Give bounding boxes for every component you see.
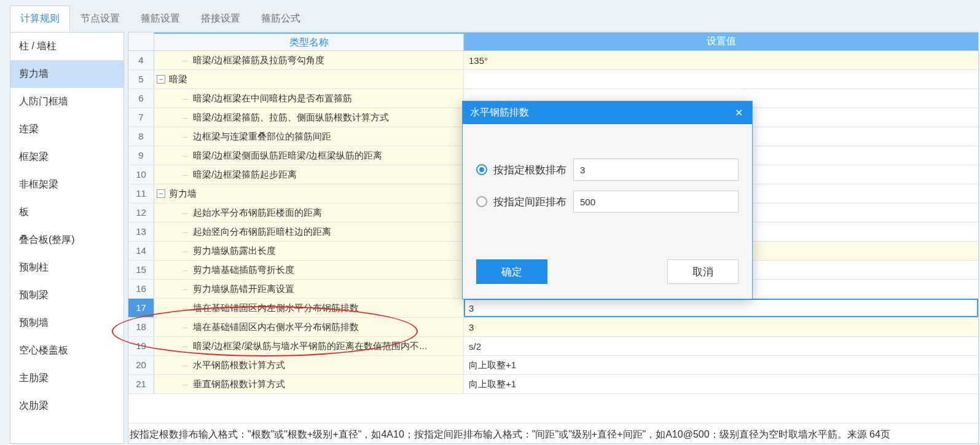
option-by-count-row: 按指定根数排布 3 [476, 159, 739, 181]
row-type-name: −剪力墙 [154, 184, 464, 203]
row-type-name: — 起始竖向分布钢筋距暗柱边的距离 [154, 222, 464, 241]
row-type-name: — 暗梁/边框梁箍筋、拉筋、侧面纵筋根数计算方式 [154, 108, 464, 127]
row-number: 13 [128, 222, 154, 241]
sidebar-item-4[interactable]: 框架梁 [10, 143, 123, 171]
sidebar-item-7[interactable]: 叠合板(整厚) [10, 226, 123, 254]
sidebar-item-13[interactable]: 次肋梁 [10, 392, 123, 420]
input-by-count[interactable]: 3 [573, 159, 739, 181]
tab-4[interactable]: 箍筋公式 [251, 6, 311, 32]
tab-3[interactable]: 搭接设置 [190, 6, 251, 32]
sidebar-item-5[interactable]: 非框架梁 [10, 171, 123, 199]
row-number: 10 [128, 165, 154, 184]
row-value[interactable]: s/2 [464, 337, 978, 355]
table-row[interactable]: 5−暗梁 [128, 70, 978, 89]
row-type-name: — 剪力墙基础插筋弯折长度 [154, 261, 464, 279]
sidebar-item-10[interactable]: 预制墙 [10, 309, 123, 337]
sidebar-item-0[interactable]: 柱 / 墙柱 [10, 33, 123, 60]
row-type-name: — 暗梁/边框梁在中间暗柱内是否布置箍筋 [154, 89, 464, 108]
table-row[interactable]: 18 — 墙在基础锚固区内右侧水平分布钢筋排数3 [128, 318, 978, 337]
radio-by-count[interactable] [476, 164, 487, 175]
label-by-count: 按指定根数排布 [493, 163, 573, 177]
row-value[interactable]: 向上取整+1 [464, 356, 978, 374]
dialog-title-text: 水平钢筋排数 [470, 106, 529, 119]
table-row[interactable]: 17 — 墙在基础锚固区内左侧水平分布钢筋排数3 [128, 299, 978, 318]
sidebar-item-12[interactable]: 主肋梁 [10, 364, 123, 392]
row-number: 16 [128, 280, 154, 298]
ok-button[interactable]: 确定 [476, 259, 547, 284]
row-type-name: — 暗梁/边框梁箍筋起步距离 [154, 165, 464, 184]
radio-by-spacing[interactable] [476, 196, 487, 207]
top-tabs: 计算规则节点设置箍筋设置搭接设置箍筋公式 [0, 0, 980, 32]
row-type-name: −暗梁 [154, 70, 464, 89]
row-number: 9 [128, 146, 154, 165]
footer-hint: 按指定根数排布输入格式："根数"或"根数+级别+直径"，如4A10；按指定间距排… [128, 423, 978, 443]
row-type-name: — 起始水平分布钢筋距楼面的距离 [154, 203, 464, 222]
row-number: 20 [128, 356, 154, 374]
sidebar-item-3[interactable]: 连梁 [10, 116, 123, 143]
header-type-name: 类型名称 [154, 33, 464, 50]
row-type-name: — 暗梁/边框梁/梁纵筋与墙水平钢筋的距离在数值范围内不... [154, 337, 464, 355]
horizontal-rebar-dialog: 水平钢筋排数 ✕ 按指定根数排布 3 按指定间距排布 500 确定 取消 [462, 101, 753, 299]
label-by-spacing: 按指定间距排布 [493, 195, 573, 209]
option-by-spacing-row: 按指定间距排布 500 [476, 191, 739, 213]
row-type-name: — 剪力墙纵筋错开距离设置 [154, 280, 464, 298]
row-number: 8 [128, 127, 154, 146]
sidebar-item-6[interactable]: 板 [10, 199, 123, 226]
row-type-name: — 暗梁/边框梁箍筋及拉筋弯勾角度 [154, 51, 464, 69]
row-value[interactable]: 3 [464, 299, 978, 317]
row-number: 6 [128, 89, 154, 108]
collapse-icon[interactable]: − [157, 75, 165, 84]
row-type-name: — 边框梁与连梁重叠部位的箍筋间距 [154, 127, 464, 146]
row-number: 5 [128, 70, 154, 89]
row-number: 11 [128, 184, 154, 203]
sidebar-item-2[interactable]: 人防门框墙 [10, 88, 123, 116]
row-number: 19 [128, 337, 154, 355]
header-rownum [128, 33, 154, 50]
row-number: 17 [128, 299, 154, 317]
row-number: 14 [128, 242, 154, 260]
tab-2[interactable]: 箍筋设置 [130, 6, 190, 32]
table-row[interactable]: 20 — 水平钢筋根数计算方式向上取整+1 [128, 356, 978, 375]
row-number: 12 [128, 203, 154, 222]
dialog-close-button[interactable]: ✕ [732, 107, 745, 119]
input-by-spacing[interactable]: 500 [573, 191, 739, 213]
category-sidebar: 柱 / 墙柱剪力墙人防门框墙连梁框架梁非框架梁板叠合板(整厚)预制柱预制梁预制墙… [10, 32, 124, 444]
header-value: 设置值 [464, 33, 978, 50]
sidebar-item-11[interactable]: 空心楼盖板 [10, 337, 123, 364]
row-value[interactable]: 向上取整+1 [464, 375, 978, 393]
cancel-button[interactable]: 取消 [667, 259, 739, 284]
table-row[interactable]: 4 — 暗梁/边框梁箍筋及拉筋弯勾角度135° [128, 51, 978, 70]
table-row[interactable]: 19 — 暗梁/边框梁/梁纵筋与墙水平钢筋的距离在数值范围内不...s/2 [128, 337, 978, 356]
row-type-name: — 水平钢筋根数计算方式 [154, 356, 464, 374]
row-type-name: — 墙在基础锚固区内右侧水平分布钢筋排数 [154, 318, 464, 336]
row-type-name: — 垂直钢筋根数计算方式 [154, 375, 464, 393]
row-number: 21 [128, 375, 154, 393]
sidebar-item-1[interactable]: 剪力墙 [10, 60, 123, 88]
grid-header: 类型名称 设置值 [128, 33, 978, 51]
dialog-titlebar: 水平钢筋排数 ✕ [463, 101, 752, 124]
sidebar-item-9[interactable]: 预制梁 [10, 282, 123, 309]
row-number: 18 [128, 318, 154, 336]
row-value[interactable]: 3 [464, 318, 978, 336]
row-number: 7 [128, 108, 154, 127]
tab-1[interactable]: 节点设置 [70, 6, 130, 32]
table-row[interactable]: 21 — 垂直钢筋根数计算方式向上取整+1 [128, 375, 978, 394]
row-type-name: — 剪力墙纵筋露出长度 [154, 242, 464, 260]
row-value[interactable] [464, 70, 978, 89]
row-type-name: — 暗梁/边框梁侧面纵筋距暗梁/边框梁纵筋的距离 [154, 146, 464, 165]
row-number: 15 [128, 261, 154, 279]
row-type-name: — 墙在基础锚固区内左侧水平分布钢筋排数 [154, 299, 464, 317]
row-value[interactable]: 135° [464, 51, 978, 69]
collapse-icon[interactable]: − [157, 189, 165, 198]
tab-0[interactable]: 计算规则 [10, 6, 70, 32]
row-number: 4 [128, 51, 154, 69]
sidebar-item-8[interactable]: 预制柱 [10, 254, 123, 282]
